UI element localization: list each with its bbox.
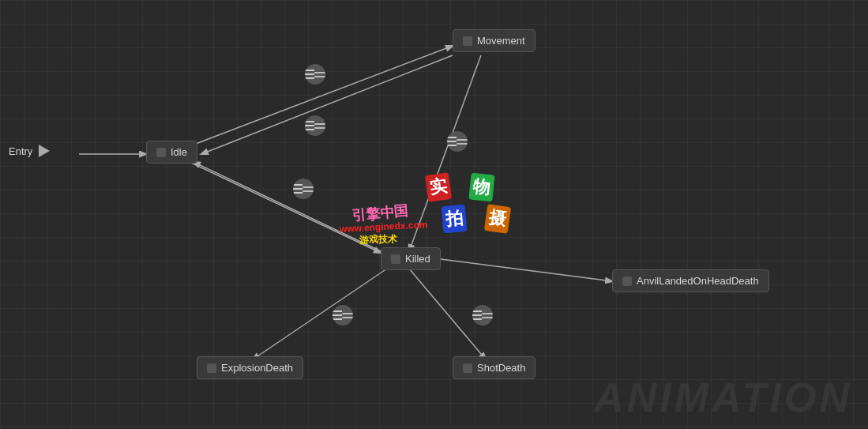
transition-lines-2 <box>314 123 325 129</box>
transition-icon-1[interactable] <box>305 64 325 85</box>
killed-node-label: Killed <box>405 253 430 265</box>
transition-icon-3[interactable] <box>293 179 314 199</box>
shot-death-node[interactable]: ShotDeath <box>453 356 535 379</box>
anvil-death-label: AnvilLandedOnHeadDeath <box>637 275 759 287</box>
movement-node-label: Movement <box>477 35 525 47</box>
transition-lines-6 <box>482 313 493 318</box>
killed-node[interactable]: Killed <box>381 247 441 270</box>
anvil-death-node[interactable]: AnvilLandedOnHeadDeath <box>612 269 769 292</box>
explosion-death-node[interactable]: ExplosionDeath <box>197 356 303 379</box>
anvil-death-icon <box>622 277 632 286</box>
transition-lines-4 <box>457 139 468 145</box>
entry-label: Entry <box>9 145 32 157</box>
transition-lines-1 <box>314 72 325 77</box>
idle-node-icon <box>156 148 166 157</box>
idle-node[interactable]: Idle <box>146 141 197 164</box>
killed-node-icon <box>391 254 400 264</box>
movement-node[interactable]: Movement <box>453 29 535 52</box>
idle-node-label: Idle <box>171 146 187 158</box>
movement-node-icon <box>463 36 472 46</box>
explosion-death-icon <box>207 363 216 373</box>
transition-lines-3 <box>302 186 314 192</box>
transition-icon-2[interactable] <box>305 115 325 136</box>
grid-background <box>0 0 868 429</box>
transition-icon-5[interactable] <box>333 305 353 326</box>
explosion-death-label: ExplosionDeath <box>221 362 293 374</box>
transition-icon-4[interactable] <box>447 131 468 152</box>
transition-icon-6[interactable] <box>472 305 493 326</box>
entry-node: Entry <box>9 145 50 157</box>
entry-arrow-icon <box>39 145 50 157</box>
shot-death-icon <box>463 363 472 373</box>
transition-lines-5 <box>342 313 353 318</box>
shot-death-label: ShotDeath <box>477 362 525 374</box>
